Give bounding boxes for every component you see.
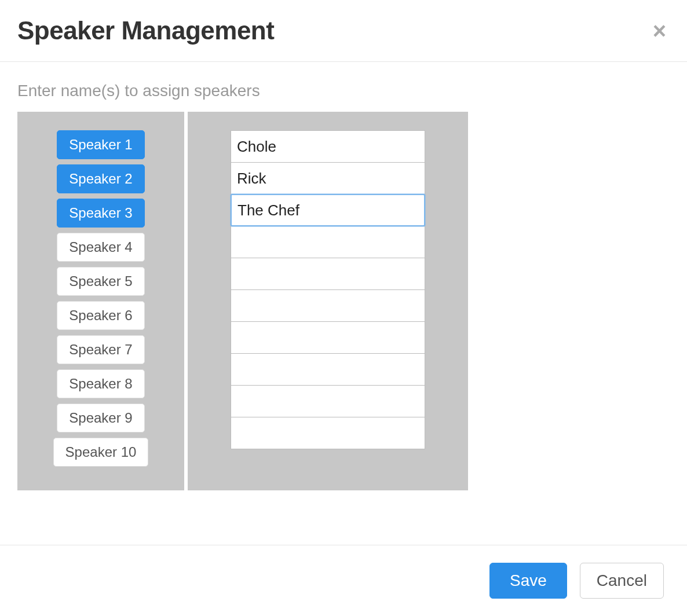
speaker-management-modal: Speaker Management × Enter name(s) to as… (0, 0, 687, 616)
speaker-label-button[interactable]: Speaker 6 (57, 301, 144, 330)
instructions-text: Enter name(s) to assign speakers (17, 82, 670, 100)
modal-footer: Save Cancel (0, 545, 687, 616)
speaker-label-button[interactable]: Speaker 1 (57, 130, 144, 159)
speaker-name-input[interactable] (231, 130, 425, 163)
speaker-name-input[interactable] (231, 353, 425, 386)
speaker-name-input[interactable] (231, 321, 425, 354)
speaker-label-button[interactable]: Speaker 8 (57, 369, 144, 398)
speaker-name-input[interactable] (231, 194, 425, 226)
speaker-names-panel (188, 112, 468, 490)
speaker-labels-panel: Speaker 1Speaker 2Speaker 3Speaker 4Spea… (17, 112, 184, 490)
modal-title: Speaker Management (17, 16, 274, 45)
speaker-label-button[interactable]: Speaker 7 (57, 335, 144, 364)
speaker-label-button[interactable]: Speaker 3 (57, 199, 144, 228)
speaker-name-input[interactable] (231, 385, 425, 417)
speaker-label-button[interactable]: Speaker 4 (57, 233, 144, 262)
speaker-name-input[interactable] (231, 162, 425, 195)
save-button[interactable]: Save (489, 563, 567, 599)
speaker-name-input[interactable] (231, 417, 425, 449)
speaker-label-button[interactable]: Speaker 5 (57, 267, 144, 296)
panels-container: Speaker 1Speaker 2Speaker 3Speaker 4Spea… (17, 112, 670, 490)
speaker-label-button[interactable]: Speaker 10 (53, 438, 149, 467)
speaker-name-input[interactable] (231, 226, 425, 258)
cancel-button[interactable]: Cancel (580, 563, 664, 599)
speaker-label-button[interactable]: Speaker 2 (57, 164, 144, 193)
speaker-name-input[interactable] (231, 289, 425, 322)
close-icon[interactable]: × (649, 19, 670, 42)
modal-header: Speaker Management × (0, 0, 687, 62)
speaker-name-input[interactable] (231, 258, 425, 290)
name-input-stack (231, 130, 425, 449)
modal-body: Enter name(s) to assign speakers Speaker… (0, 62, 687, 545)
speaker-label-button[interactable]: Speaker 9 (57, 404, 144, 432)
